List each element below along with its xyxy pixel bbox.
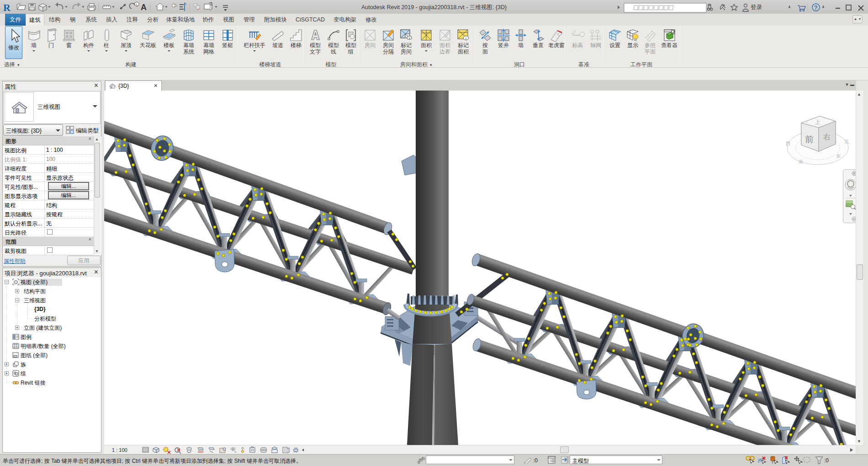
svg-text:-1: -1 <box>573 30 576 33</box>
svg-text:右: 右 <box>823 133 831 141</box>
svg-text:?: ? <box>814 5 817 11</box>
svg-text:前: 前 <box>805 134 814 144</box>
svg-text:西: 西 <box>786 141 790 146</box>
svg-text:上: 上 <box>815 119 820 125</box>
svg-text:南: 南 <box>799 159 803 164</box>
svg-text:北: 北 <box>844 139 849 144</box>
svg-text::0: :0 <box>824 457 829 464</box>
svg-text:登录: 登录 <box>751 4 762 11</box>
svg-text:1 : 100: 1 : 100 <box>112 447 127 453</box>
svg-text:东: 东 <box>836 154 841 159</box>
